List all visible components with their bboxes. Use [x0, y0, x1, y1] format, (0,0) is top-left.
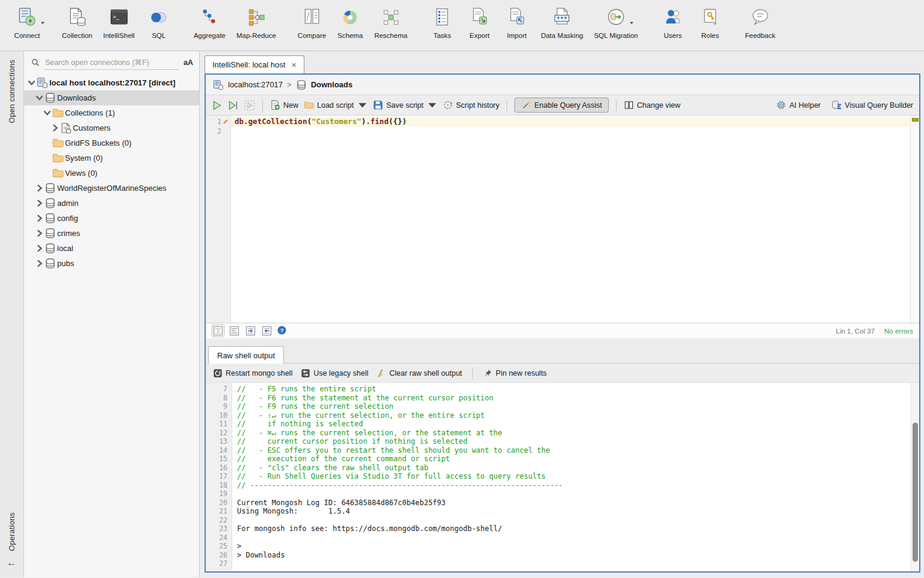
- open-connections-vertical-tab[interactable]: Open connections: [8, 60, 16, 123]
- new-script-button[interactable]: New: [270, 100, 298, 110]
- dropdown-caret-icon[interactable]: [40, 17, 45, 22]
- toolbar-icon-box: [243, 5, 270, 30]
- help-button[interactable]: ?: [277, 325, 287, 337]
- tree-item-worldregisterofmarinespecies[interactable]: WorldRegisterOfMarineSpecies: [24, 181, 199, 196]
- fmt-view-button[interactable]: [212, 325, 224, 337]
- toolbar-users-button[interactable]: Users: [654, 5, 692, 39]
- tree-item-local-host-localhost-27017-direct[interactable]: local host localhost:27017 [direct]: [24, 75, 199, 90]
- folder-icon: [52, 108, 64, 118]
- run-to-cursor-button[interactable]: [228, 100, 239, 111]
- code-token: db.getCollection: [235, 117, 307, 126]
- search-input[interactable]: [44, 56, 179, 70]
- load-script-button[interactable]: Load script: [304, 100, 368, 110]
- tree-item-label: GridFS Buckets (0): [65, 138, 132, 148]
- toolbar-sql-migration-button[interactable]: SQL Migration: [588, 5, 643, 39]
- tree-item-gridfs-buckets-0[interactable]: GridFS Buckets (0): [24, 135, 199, 151]
- tree-item-label: System (0): [65, 154, 103, 163]
- tree-item-pubs[interactable]: pubs: [24, 256, 199, 271]
- scrollbar-thumb[interactable]: [913, 423, 918, 562]
- toolbar-schema-button[interactable]: Schema: [331, 5, 369, 39]
- linesicon-view-button[interactable]: [228, 325, 241, 337]
- tree-item-customers[interactable]: Customers: [24, 120, 199, 135]
- pin-new-results-button[interactable]: Pin new results: [483, 368, 547, 378]
- runcursor-icon: [228, 100, 239, 111]
- dropdown-caret-icon[interactable]: [427, 100, 437, 110]
- broom-icon: [377, 368, 386, 378]
- dropdown-caret-icon[interactable]: [357, 100, 368, 110]
- folder-icon: [52, 154, 64, 163]
- tree-item-downloads[interactable]: Downloads: [24, 90, 199, 105]
- shell-output-scrollbar[interactable]: [911, 383, 919, 571]
- toolbar-collection-button[interactable]: Collection: [57, 5, 98, 39]
- clear-raw-shell-output-button[interactable]: Clear raw shell output: [377, 368, 462, 378]
- caret-right-icon[interactable]: [34, 214, 45, 223]
- tree-item-crimes[interactable]: crimes: [24, 226, 199, 241]
- annotation-marker[interactable]: [912, 118, 919, 122]
- toolbar-data-masking-button[interactable]: ***Data Masking: [535, 5, 588, 39]
- code-line-2[interactable]: [231, 126, 910, 136]
- caret-right-icon[interactable]: [34, 229, 45, 238]
- toolbar-import-button[interactable]: Import: [498, 5, 535, 39]
- arrright-view-button[interactable]: [244, 325, 257, 337]
- caret-right-icon[interactable]: [34, 199, 45, 208]
- caret-right-icon[interactable]: [34, 244, 45, 253]
- toolbar-icon-box: [14, 5, 40, 30]
- legacy-icon: [301, 368, 310, 378]
- change-view-button[interactable]: Change view: [624, 100, 680, 110]
- shell-output[interactable]: 789101112131415161718192021222324252627 …: [206, 383, 919, 571]
- arrleft-view-button[interactable]: [260, 325, 273, 337]
- caret-right-icon[interactable]: [50, 124, 60, 132]
- caret-right-icon[interactable]: [34, 184, 45, 193]
- toolbar-tasks-button[interactable]: Tasks: [424, 5, 461, 39]
- tree-item-collections-1[interactable]: Collections (1): [24, 105, 199, 120]
- intellishell-tab[interactable]: IntelliShell: local host ×: [205, 55, 304, 73]
- editor-annotation-strip[interactable]: [910, 116, 919, 323]
- toolbar-feedback-button[interactable]: Feedback: [740, 5, 781, 39]
- pane-splitter[interactable]: [206, 338, 919, 346]
- toolbar-reschema-button[interactable]: Reschema: [369, 5, 413, 39]
- dropdown-caret-icon[interactable]: [629, 17, 634, 22]
- tree-item-config[interactable]: config: [24, 211, 199, 226]
- history-icon: [443, 100, 453, 110]
- main-panel: IntelliShell: local host × localhost:270…: [200, 51, 924, 577]
- collapse-panel-button[interactable]: ←: [7, 557, 17, 569]
- script-editor[interactable]: 12 db.getCollection("Customers").find({}…: [206, 116, 919, 323]
- tree-item-admin[interactable]: admin: [24, 196, 199, 211]
- tree-item-label: pubs: [57, 259, 74, 268]
- match-case-toggle[interactable]: aA: [183, 58, 193, 67]
- toolbar-sql-button[interactable]: SQL: [140, 5, 177, 39]
- run-script-button[interactable]: [212, 100, 223, 111]
- toolbar-intellishell-button[interactable]: >_IntelliShell: [98, 5, 140, 39]
- run-selection-button[interactable]: [244, 100, 255, 111]
- restart-mongo-shell-button[interactable]: Restart mongo shell: [213, 368, 292, 378]
- toolbar-roles-button[interactable]: Roles: [692, 5, 729, 39]
- ai-helper-button[interactable]: AI Helper: [776, 100, 821, 110]
- caret-down-icon[interactable]: [26, 79, 37, 87]
- raw-shell-output-tab[interactable]: Raw shell output: [208, 346, 284, 364]
- save-script-button[interactable]: Save script: [373, 100, 437, 110]
- code-line-1[interactable]: db.getCollection("Customers").find({}): [231, 117, 910, 126]
- operations-vertical-tab[interactable]: Operations: [8, 512, 16, 551]
- enable-query-assist-button[interactable]: Enable Query Assist: [514, 98, 609, 113]
- toolbar-export-button[interactable]: Export: [461, 5, 498, 39]
- use-legacy-shell-button[interactable]: Use legacy shell: [301, 368, 368, 378]
- caret-down-icon[interactable]: [34, 94, 45, 102]
- migration-icon: [605, 7, 627, 28]
- visual-query-builder-button[interactable]: Visual Query Builder: [831, 100, 913, 110]
- use-legacy-shell-label: Use legacy shell: [313, 369, 368, 378]
- toolbar-compare-button[interactable]: Compare: [292, 5, 331, 39]
- line-number: 1: [213, 117, 221, 126]
- toolbar-map-reduce-button[interactable]: Map-Reduce: [231, 5, 282, 39]
- toolbar-aggregate-button[interactable]: Aggregate: [188, 5, 231, 39]
- caret-right-icon[interactable]: [34, 259, 45, 268]
- close-tab-icon[interactable]: ×: [291, 60, 296, 70]
- linesicon-icon: [229, 326, 239, 336]
- caret-down-icon[interactable]: [42, 109, 52, 117]
- toolbar-connect-button[interactable]: Connect: [8, 5, 46, 39]
- tree-item-system-0[interactable]: System (0): [24, 151, 199, 166]
- editor-code-area[interactable]: db.getCollection("Customers").find({}): [231, 116, 910, 323]
- script-history-button[interactable]: Script history: [443, 100, 499, 110]
- tree-item-local[interactable]: local: [24, 241, 199, 256]
- tree-item-views-0[interactable]: Views (0): [24, 166, 199, 181]
- toolbar-label: Connect: [14, 32, 40, 39]
